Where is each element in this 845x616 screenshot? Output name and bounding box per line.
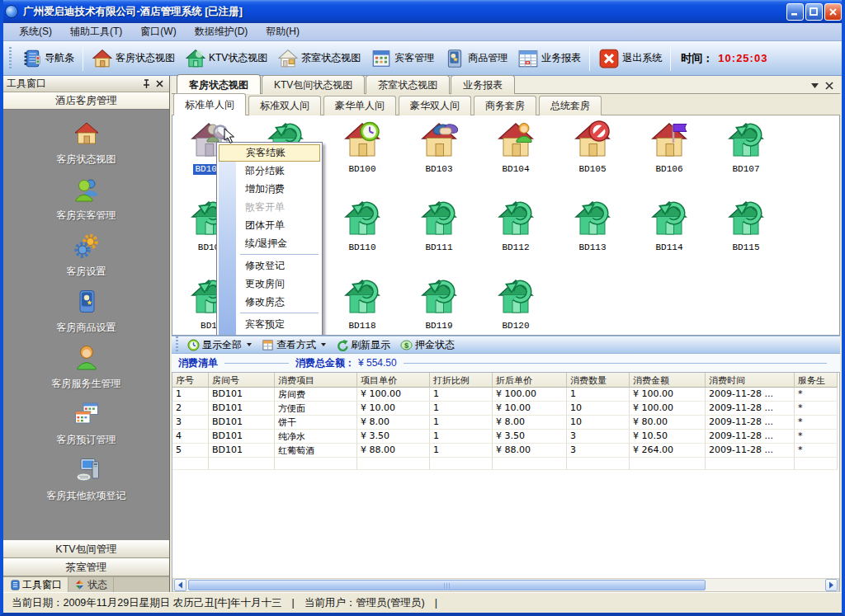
context-menu-item-8[interactable]: 修改房态 (219, 293, 320, 311)
dollar16-icon: $ (400, 339, 413, 351)
scrollbar-thumb[interactable] (188, 580, 706, 590)
room-type-tab-2[interactable]: 豪华单人间 (323, 96, 396, 115)
bottom-toolbar-button-refresh-display[interactable]: 刷新显示 (331, 337, 395, 353)
sidebar-item-room-guest-management[interactable]: 客房宾客管理 (3, 176, 169, 223)
context-menu-separator (240, 313, 319, 313)
sidebar-bottom-tabs: 工具窗口 状态 (3, 576, 169, 592)
horizontal-scrollbar[interactable] (172, 578, 839, 592)
table-row[interactable]: 1BD101房间费¥ 100.001¥ 100.001¥ 100.002009-… (172, 388, 839, 402)
dropdown-arrow-icon[interactable] (321, 343, 326, 346)
room-label: BD103 (423, 164, 454, 175)
sidebar-item-room-reservation-management[interactable]: 客房预订管理 (3, 400, 169, 447)
close-panel-icon[interactable] (153, 78, 166, 90)
tab-status[interactable]: 状态 (68, 577, 114, 592)
menubar-item[interactable]: 数据维护(D) (186, 23, 257, 40)
room-type-tab-5[interactable]: 总统套房 (539, 96, 602, 115)
sidebar-panel-ktv[interactable]: KTV包间管理 (3, 540, 169, 558)
room-BD105[interactable]: BD105 (563, 120, 622, 175)
context-menu-item-2[interactable]: 增加消费 (219, 180, 320, 198)
toolbar-grip[interactable] (9, 47, 12, 70)
sidebar-item-room-waiter-management[interactable]: 客房服务生管理 (3, 344, 169, 391)
sidebar-panel-tearoom[interactable]: 茶室管理 (3, 558, 169, 576)
room-BD119[interactable]: BD119 (409, 277, 469, 332)
toolbar-button-goods-management[interactable]: 商品管理 (439, 45, 512, 73)
bottom-toolbar-button-show-all[interactable]: 显示全部 (182, 337, 257, 353)
tab-tool-window[interactable]: 工具窗口 (3, 577, 68, 592)
room-BD120[interactable]: BD120 (486, 277, 545, 332)
room-BD111[interactable]: BD111 (409, 199, 469, 253)
bottom-toolbar-button-label: 查看方式 (276, 338, 316, 352)
room-BD114[interactable]: BD114 (640, 199, 699, 253)
menubar-item[interactable]: 辅助工具(T) (61, 23, 131, 40)
toolbar-button-ktv-status-view[interactable]: KTV状态视图 (180, 45, 272, 73)
table-cell: ¥ 10.00 (357, 402, 430, 416)
sidebar-item-room-settings[interactable]: 客房设置 (3, 232, 169, 279)
toolbar-button-business-report[interactable]: 业务报表 (512, 45, 586, 73)
room-BD100[interactable]: BD100 (333, 120, 392, 175)
context-menu-item-7[interactable]: 更改房间 (219, 275, 320, 293)
maximize-button[interactable] (805, 3, 823, 21)
document-tabbar: 客房状态视图KTV包间状态视图茶室状态视图业务报表 (172, 76, 840, 94)
context-menu-item-4[interactable]: 团体开单 (219, 216, 320, 234)
menubar-item[interactable]: 窗口(W) (131, 23, 185, 40)
context-menu-separator (240, 254, 319, 255)
tab-doc-1[interactable]: KTV包间状态视图 (262, 75, 365, 94)
context-menu-item-5[interactable]: 续/退押金 (219, 234, 320, 252)
tab-doc-2[interactable]: 茶室状态视图 (366, 75, 450, 94)
minimize-button[interactable] (786, 3, 804, 21)
close-tab-icon[interactable] (825, 82, 833, 90)
sidebar-item-room-goods-settings[interactable]: 客房商品设置 (3, 288, 169, 335)
context-menu-item-9[interactable]: 宾客预定 (219, 315, 320, 333)
tab-room-status-view[interactable]: 客房状态视图 (177, 74, 261, 94)
table-cell: ¥ 10.50 (630, 430, 706, 444)
toolbar-button-label: 茶室状态视图 (301, 51, 361, 65)
room-BD110[interactable]: BD110 (333, 199, 392, 253)
room-BD104[interactable]: BD104 (486, 120, 545, 175)
table-cell: 1 (172, 388, 209, 402)
context-menu-item-0[interactable]: 宾客结账 (219, 144, 320, 162)
room-BD107[interactable]: BD107 (716, 120, 776, 175)
sidebar-panel-title[interactable]: 酒店客房管理 (3, 92, 169, 110)
table-row[interactable]: 4BD101纯净水¥ 3.501¥ 3.503¥ 10.502009-11-28… (172, 430, 839, 444)
context-menu-item-1[interactable]: 部分结账 (219, 162, 320, 180)
menubar-item[interactable]: 系统(S) (10, 23, 61, 40)
sidebar-item-label: 客房状态视图 (57, 153, 116, 167)
context-menu-item-6[interactable]: 修改登记 (219, 256, 320, 275)
toolbar-separator (589, 46, 590, 71)
sidebar-item-room-other-payment-register[interactable]: 客房其他款项登记 (3, 456, 169, 503)
house-white-icon (277, 48, 299, 69)
room-BD115[interactable]: BD115 (716, 199, 776, 253)
toolbar-button-room-status-view[interactable]: 客房状态视图 (87, 45, 180, 73)
toolbar-button-exit-system[interactable]: 退出系统 (593, 45, 667, 73)
table-row[interactable]: 5BD101红葡萄酒¥ 88.001¥ 88.003¥ 264.002009-1… (172, 444, 839, 458)
table-cell: 2009-11-28 ... (706, 430, 795, 444)
tabbar-controls (811, 82, 840, 93)
pin-icon[interactable] (139, 78, 153, 90)
menubar-item[interactable]: 帮助(H) (257, 23, 309, 40)
bottom-toolbar-button-view-mode[interactable]: 查看方式 (257, 337, 331, 353)
bottom-toolbar-button-deposit-status[interactable]: $押金状态 (395, 337, 460, 353)
table-row[interactable]: 3BD101饼干¥ 8.001¥ 8.0010¥ 80.002009-11-28… (172, 416, 839, 430)
bottom-toolbar-grip[interactable] (176, 333, 178, 356)
room-type-tab-1[interactable]: 标准双人间 (248, 96, 321, 115)
room-type-tab-4[interactable]: 商务套房 (474, 96, 536, 115)
room-BD118[interactable]: BD118 (333, 277, 392, 332)
room-type-tab-0[interactable]: 标准单人间 (173, 93, 246, 115)
toolbar-button-guest-management[interactable]: 宾客管理 (366, 45, 439, 73)
dropdown-arrow-icon[interactable] (247, 343, 252, 346)
sidebar-item-room-status-view[interactable]: 客房状态视图 (3, 120, 169, 167)
tab-list-icon[interactable] (811, 83, 819, 88)
scroll-right-icon[interactable] (825, 579, 838, 591)
table-cell: * (795, 416, 838, 430)
room-BD106[interactable]: BD106 (640, 120, 699, 175)
toolbar-button-navigator[interactable]: 导航条 (16, 45, 79, 73)
room-BD113[interactable]: BD113 (563, 199, 622, 253)
toolbar-button-tearoom-status-view[interactable]: 茶室状态视图 (272, 45, 366, 73)
room-BD112[interactable]: BD112 (486, 199, 545, 253)
scroll-left-icon[interactable] (174, 579, 186, 591)
room-BD103[interactable]: BD103 (409, 120, 469, 175)
close-button[interactable] (824, 3, 842, 21)
tab-doc-3[interactable]: 业务报表 (451, 75, 515, 94)
table-row[interactable]: 2BD101方便面¥ 10.001¥ 10.0010¥ 100.002009-1… (172, 402, 839, 416)
room-type-tab-3[interactable]: 豪华双人间 (399, 96, 471, 115)
